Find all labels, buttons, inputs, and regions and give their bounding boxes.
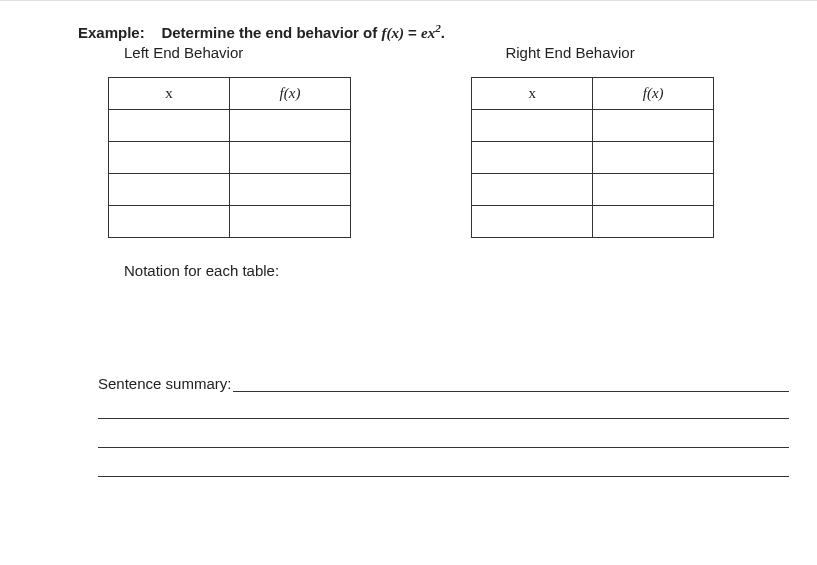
left-cell[interactable] <box>109 142 230 174</box>
right-cell[interactable] <box>472 142 593 174</box>
function-lhs: f(x) <box>381 25 404 41</box>
notation-label: Notation for each table: <box>124 262 789 279</box>
left-cell[interactable] <box>230 206 351 238</box>
left-cell[interactable] <box>230 142 351 174</box>
sentence-summary-label: Sentence summary: <box>98 375 233 392</box>
right-behavior-table: x f(x) <box>471 77 714 238</box>
summary-blank-line-1[interactable] <box>233 377 789 392</box>
left-end-heading: Left End Behavior <box>124 44 243 61</box>
example-label: Example: <box>78 24 145 41</box>
example-text-prefix: Determine the end behavior of <box>161 24 381 41</box>
right-cell[interactable] <box>472 174 593 206</box>
left-table-header-fx: f(x) <box>230 78 351 110</box>
table-row <box>472 206 714 238</box>
table-row <box>109 174 351 206</box>
prompt-period: . <box>441 24 445 41</box>
worksheet-page: Example: Determine the end behavior of f… <box>0 0 817 477</box>
right-cell[interactable] <box>472 110 593 142</box>
summary-blank-line-4[interactable] <box>98 462 789 477</box>
equals-sign: = <box>404 24 421 41</box>
right-cell[interactable] <box>593 206 714 238</box>
left-behavior-table: x f(x) <box>108 77 351 238</box>
table-row <box>472 142 714 174</box>
table-row <box>109 142 351 174</box>
summary-blank-line-2[interactable] <box>98 404 789 419</box>
left-table-header-x: x <box>109 78 230 110</box>
left-cell[interactable] <box>230 110 351 142</box>
function-rhs-base: ex <box>421 25 435 41</box>
right-cell[interactable] <box>593 174 714 206</box>
example-prompt: Example: Determine the end behavior of f… <box>78 24 789 42</box>
table-row <box>472 110 714 142</box>
left-cell[interactable] <box>230 174 351 206</box>
table-row <box>472 174 714 206</box>
left-cell[interactable] <box>109 206 230 238</box>
right-table-header-x: x <box>472 78 593 110</box>
right-cell[interactable] <box>593 110 714 142</box>
right-end-heading: Right End Behavior <box>505 44 634 61</box>
right-table-header-fx: f(x) <box>593 78 714 110</box>
left-cell[interactable] <box>109 110 230 142</box>
behavior-headings: Left End Behavior Right End Behavior <box>78 44 789 61</box>
sentence-summary-block: Sentence summary: <box>98 375 789 477</box>
summary-blank-line-3[interactable] <box>98 433 789 448</box>
table-row <box>109 206 351 238</box>
right-cell[interactable] <box>472 206 593 238</box>
tables-row: x f(x) x f(x) <box>78 77 789 238</box>
table-row <box>109 110 351 142</box>
left-cell[interactable] <box>109 174 230 206</box>
right-cell[interactable] <box>593 142 714 174</box>
